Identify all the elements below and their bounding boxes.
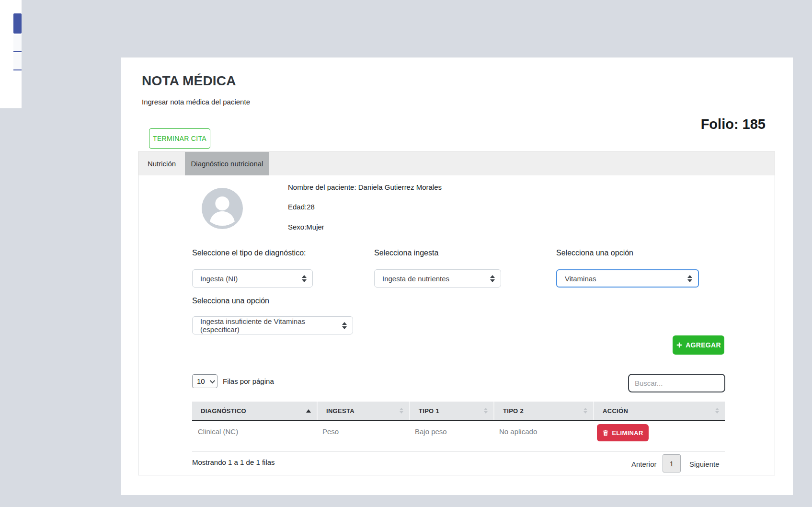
option2-label: Selecciona una opción [192,297,269,305]
ingesta-select[interactable]: Ingesta de nutrientes [374,269,501,288]
column-header-tipo2[interactable]: TIPO 2 [493,402,593,420]
diagnosis-type-label: Seleccione el tipo de diagnóstico: [192,249,306,257]
chevron-down-icon [210,378,215,383]
tab-diagnostico-nutricional[interactable]: Diagnóstico nutricional [185,152,269,175]
diagnostics-table: DIAGNÓSTICO INGESTA TIPO 1 TIPO 2 [192,402,725,451]
tab-content: Nombre del paciente: Daniela Gutierrez M… [138,175,775,475]
table-showing-text: Mostrando 1 a 1 de 1 filas [192,458,275,466]
eliminar-button-label: ELIMINAR [612,429,643,437]
cell-diagnostico: Clinical (NC) [192,421,317,451]
search-input[interactable] [628,374,725,392]
select-arrows-icon [687,275,692,282]
table-row: Clinical (NC) Peso Bajo peso No aplicado… [192,421,725,451]
column-header-diagnostico[interactable]: DIAGNÓSTICO [192,402,317,420]
rows-per-page-value: 10 [197,377,205,385]
select-arrows-icon [490,275,495,282]
trash-icon [602,429,609,437]
patient-age: Edad:28 [288,203,315,211]
column-header-accion[interactable]: ACCIÓN [593,402,725,420]
sort-ascending-icon [306,409,311,413]
page-subtitle: Ingresar nota médica del paciente [142,98,250,106]
sidebar-item-fragment[interactable] [13,53,22,70]
pagination-previous[interactable]: Anterior [631,460,657,468]
tab-bar: Nutrición Diagnóstico nutricional [138,151,775,175]
column-header-tipo1[interactable]: TIPO 1 [409,402,493,420]
cell-accion: ELIMINAR [593,421,725,451]
eliminar-button[interactable]: ELIMINAR [597,424,649,441]
cell-ingesta: Peso [317,421,409,451]
nota-medica-card: NOTA MÉDICA Ingresar nota médica del pac… [121,58,793,495]
person-silhouette-icon [202,188,243,229]
agregar-button-label: AGREGAR [686,341,721,349]
sort-icon [583,408,587,414]
ingesta-label: Selecciona ingesta [374,249,438,257]
option1-label: Selecciona una opción [556,249,633,257]
select-arrows-icon [342,322,347,329]
terminar-cita-button[interactable]: TERMINAR CITA [149,128,210,149]
sort-icon [400,408,403,414]
rows-per-page-label: Filas por página [223,377,274,385]
sort-icon [715,408,719,414]
option1-select[interactable]: Vitaminas [556,269,699,288]
option2-select-value: Ingesta insuficiente de Vitaminas (espec… [200,317,337,334]
ingesta-select-value: Ingesta de nutrientes [382,275,449,283]
rows-per-page-select[interactable]: 10 [192,374,217,388]
option2-select[interactable]: Ingesta insuficiente de Vitaminas (espec… [192,316,353,334]
tab-nutricion[interactable]: Nutrición [138,152,185,175]
sidebar-item-fragment[interactable] [13,35,22,52]
sort-icon [484,408,488,414]
pagination-page-1[interactable]: 1 [663,454,681,472]
diagnosis-type-select-value: Ingesta (NI) [200,275,238,283]
agregar-button[interactable]: AGREGAR [673,335,724,355]
patient-sex: Sexo:Mujer [288,223,324,231]
option1-select-value: Vitaminas [565,275,596,283]
sidebar-active-item-fragment[interactable] [13,13,22,34]
patient-name: Nombre del paciente: Daniela Gutierrez M… [288,183,442,191]
cell-tipo1: Bajo peso [409,421,493,451]
column-header-ingesta[interactable]: INGESTA [317,402,409,420]
diagnosis-type-select[interactable]: Ingesta (NI) [192,269,313,288]
cell-tipo2: No aplicado [493,421,593,451]
page-title: NOTA MÉDICA [142,73,236,89]
plus-icon [676,342,683,348]
screen: NOTA MÉDICA Ingresar nota médica del pac… [0,0,812,507]
select-arrows-icon [302,275,307,282]
sidebar-fragment [0,0,22,108]
patient-avatar [202,188,243,229]
folio-number: Folio: 185 [701,116,766,132]
pagination-next[interactable]: Siguiente [689,460,720,468]
table-header-row: DIAGNÓSTICO INGESTA TIPO 1 TIPO 2 [192,402,725,421]
